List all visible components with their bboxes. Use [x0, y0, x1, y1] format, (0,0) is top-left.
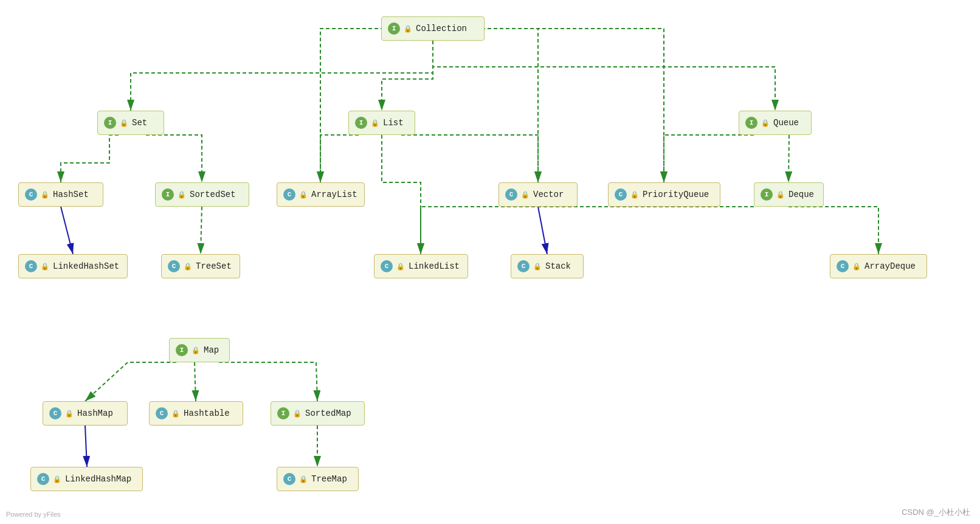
- badge-map: I: [176, 344, 188, 356]
- badge-arraydeque: C: [837, 260, 849, 272]
- node-queue: I 🔒 Queue: [739, 111, 812, 135]
- label-linkedlist: LinkedList: [409, 261, 460, 271]
- badge-linkedlist: C: [381, 260, 393, 272]
- label-list: List: [383, 118, 404, 128]
- label-deque: Deque: [788, 190, 814, 199]
- node-list: I 🔒 List: [348, 111, 415, 135]
- diagram-container: I 🔒 Collection I 🔒 Set I 🔒 List I 🔒 Queu…: [0, 0, 980, 524]
- node-collection: I 🔒 Collection: [381, 16, 485, 41]
- node-arraylist: C 🔒 ArrayList: [277, 182, 365, 207]
- label-linkedhashmap: LinkedHashMap: [65, 474, 131, 484]
- badge-arraylist: C: [283, 188, 295, 201]
- node-treeset: C 🔒 TreeSet: [161, 254, 240, 278]
- badge-queue: I: [745, 117, 757, 129]
- badge-linkedhashset: C: [25, 260, 37, 272]
- label-sortedmap: SortedMap: [305, 409, 351, 418]
- badge-vector: C: [505, 188, 517, 201]
- node-linkedlist: C 🔒 LinkedList: [374, 254, 468, 278]
- node-stack: C 🔒 Stack: [511, 254, 584, 278]
- powered-by: Powered by yFiles: [6, 511, 61, 518]
- badge-sortedset: I: [162, 188, 174, 201]
- label-queue: Queue: [773, 118, 799, 128]
- node-hashmap: C 🔒 HashMap: [43, 401, 128, 426]
- node-sortedmap: I 🔒 SortedMap: [271, 401, 365, 426]
- label-hashtable: Hashtable: [184, 409, 230, 418]
- badge-hashmap: C: [49, 407, 61, 419]
- label-hashset: HashSet: [53, 190, 89, 199]
- badge-hashtable: C: [156, 407, 168, 419]
- label-treemap: TreeMap: [311, 474, 347, 484]
- badge-treemap: C: [283, 473, 295, 485]
- label-collection: Collection: [416, 24, 467, 33]
- badge-stack: C: [517, 260, 530, 272]
- label-linkedhashset: LinkedHashSet: [53, 261, 119, 271]
- badge-collection: I: [388, 22, 400, 35]
- node-deque: I 🔒 Deque: [754, 182, 824, 207]
- label-arraydeque: ArrayDeque: [864, 261, 916, 271]
- label-sortedset: SortedSet: [190, 190, 236, 199]
- badge-set: I: [104, 117, 116, 129]
- label-vector: Vector: [533, 190, 564, 199]
- label-map: Map: [204, 345, 219, 355]
- node-linkedhashset: C 🔒 LinkedHashSet: [18, 254, 128, 278]
- badge-deque: I: [761, 188, 773, 201]
- node-sortedset: I 🔒 SortedSet: [155, 182, 249, 207]
- node-arraydeque: C 🔒 ArrayDeque: [830, 254, 927, 278]
- label-priorityqueue: PriorityQueue: [643, 190, 709, 199]
- badge-priorityqueue: C: [615, 188, 627, 201]
- watermark: CSDN @_小杜小杜: [902, 507, 970, 518]
- node-hashtable: C 🔒 Hashtable: [149, 401, 243, 426]
- label-treeset: TreeSet: [196, 261, 232, 271]
- node-vector: C 🔒 Vector: [499, 182, 578, 207]
- node-set: I 🔒 Set: [97, 111, 164, 135]
- node-map: I 🔒 Map: [169, 338, 230, 362]
- badge-hashset: C: [25, 188, 37, 201]
- node-hashset: C 🔒 HashSet: [18, 182, 103, 207]
- badge-treeset: C: [168, 260, 180, 272]
- label-stack: Stack: [545, 261, 571, 271]
- badge-linkedhashmap: C: [37, 473, 49, 485]
- node-priorityqueue: C 🔒 PriorityQueue: [608, 182, 720, 207]
- label-arraylist: ArrayList: [311, 190, 357, 199]
- label-hashmap: HashMap: [77, 409, 113, 418]
- badge-list: I: [355, 117, 367, 129]
- node-linkedhashmap: C 🔒 LinkedHashMap: [30, 467, 143, 491]
- node-treemap: C 🔒 TreeMap: [277, 467, 359, 491]
- label-set: Set: [132, 118, 147, 128]
- badge-sortedmap: I: [277, 407, 289, 419]
